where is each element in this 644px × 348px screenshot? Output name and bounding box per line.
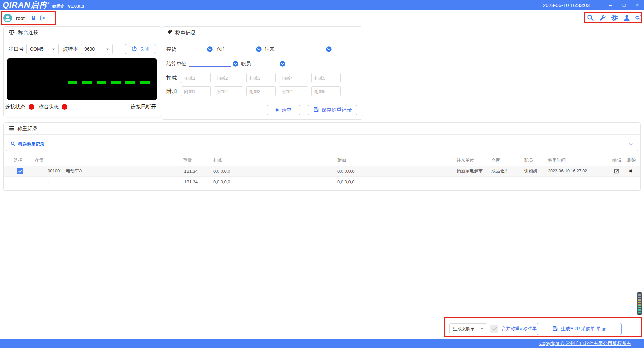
deduct-input-3[interactable]: [246, 73, 276, 83]
cell-weight: 181.34: [183, 169, 213, 174]
settlement-unit-label: 结算单位: [166, 61, 186, 67]
extra-input-1[interactable]: [181, 86, 211, 96]
panel-title: 称重信息: [175, 29, 196, 36]
cell-staff: 谢如妍: [524, 168, 548, 174]
connection-status-label: 连接状态: [5, 104, 25, 110]
user-icon[interactable]: [623, 14, 630, 21]
copyright-link[interactable]: Copyright © 常州启冉软件有限公司版权所有: [539, 341, 631, 347]
titlebar: QIRAN启冉 ® 称重宝 V1.0.0.3 2023-06-10 16:33:…: [0, 0, 644, 10]
panel-title: 称重记录: [17, 126, 38, 132]
caret-down-icon: [52, 48, 55, 51]
merge-checkbox-label[interactable]: 合并称重记录生单: [502, 326, 537, 332]
row-checkbox[interactable]: [17, 168, 23, 174]
clear-button-label: 清空: [282, 107, 292, 113]
serial-port-label: 串口号: [9, 46, 24, 52]
megaphone-icon[interactable]: [635, 14, 642, 21]
search-icon: [11, 141, 15, 147]
extra-input-2[interactable]: [214, 86, 243, 96]
merge-records-option: 合并称重记录生单: [490, 325, 537, 333]
extra-input-5[interactable]: [311, 86, 341, 96]
logout-icon[interactable]: [40, 15, 46, 21]
filter-records-label: 筛选称重记录: [18, 141, 44, 147]
close-connection-label: 关闭: [140, 46, 150, 52]
extra-input-3[interactable]: [246, 86, 276, 96]
inventory-label: 存货: [166, 46, 176, 52]
scale-status-indicator: [62, 104, 67, 110]
partner-field[interactable]: 往来: [265, 44, 332, 54]
close-connection-button[interactable]: 关闭: [125, 44, 156, 54]
close-button[interactable]: ✕: [631, 0, 644, 10]
chevron-down-icon: [256, 46, 262, 52]
delete-x-icon[interactable]: ✖: [627, 168, 641, 174]
footer-bar: Copyright © 常州启冉软件有限公司版权所有: [0, 339, 644, 348]
table-row-summary: - 181.34 0,0,0,0,0 0,0,0,0,0: [4, 177, 640, 187]
col-delete: 删除: [627, 157, 641, 163]
cell-time: 2023-06-10 16:27:02: [548, 169, 612, 173]
serial-port-select[interactable]: COM5: [26, 44, 59, 54]
cell-deduct: 0,0,0,0,0: [213, 179, 337, 184]
staff-field[interactable]: 职员: [241, 59, 285, 69]
minimize-button[interactable]: –: [604, 0, 617, 10]
save-record-button[interactable]: 保存称重记录: [308, 105, 357, 115]
clock: 2023-06-10 16:33:03: [543, 2, 590, 8]
settlement-unit-field[interactable]: 结算单位: [166, 59, 238, 69]
weighing-records-panel: 称重记录 筛选称重记录 选择 存货 重量 扣减 附加 往来单位 仓库 职员 称重…: [3, 122, 641, 191]
extra-input-4[interactable]: [279, 86, 308, 96]
col-extra: 附加: [337, 157, 457, 163]
chevron-down-icon: [326, 46, 332, 52]
save-icon: [552, 326, 558, 332]
logo-subtitle: 称重宝: [52, 4, 64, 9]
baud-rate-value: 9600: [84, 46, 95, 52]
cell-partner: 怡新家电超市: [457, 168, 483, 173]
lock-icon[interactable]: [31, 15, 36, 21]
gear-icon[interactable]: [611, 14, 618, 21]
clear-x-icon: ✖: [275, 107, 279, 113]
col-weight: 重量: [183, 157, 213, 163]
table-header: 选择 存货 重量 扣减 附加 往来单位 仓库 职员 称重时间 编辑 删除: [4, 155, 640, 166]
edit-icon[interactable]: [612, 168, 627, 174]
deduct-input-4[interactable]: [279, 73, 308, 83]
cell-inventory: -: [35, 179, 183, 184]
avatar[interactable]: [3, 14, 12, 22]
col-time: 称重时间: [548, 157, 612, 163]
scale-status-label: 称台状态: [39, 104, 59, 110]
search-icon[interactable]: [587, 14, 594, 21]
deduct-input-2[interactable]: [214, 73, 243, 83]
generate-erp-label: 生成ERP 采购单 单据: [561, 326, 606, 332]
app-version: V1.0.0.3: [68, 4, 84, 9]
filter-records-bar[interactable]: 筛选称重记录: [6, 138, 638, 151]
serial-port-value: COM5: [30, 46, 43, 52]
merge-checkbox[interactable]: [490, 325, 498, 333]
col-select: 选择: [4, 157, 35, 163]
toolbar-icons: [587, 14, 642, 21]
cell-extra: 0,0,0,0,0: [337, 179, 457, 184]
table-row: 001001 - 电动车A 181.34 0,0,0,0,0 0,0,0,0,0…: [4, 166, 640, 177]
deduct-input-5[interactable]: [311, 73, 341, 83]
doc-type-select[interactable]: 生成采购单: [449, 323, 487, 334]
clear-button[interactable]: ✖ 清空: [267, 105, 300, 115]
inventory-field[interactable]: 存货: [166, 44, 213, 54]
level-meter-widget[interactable]: [637, 292, 642, 315]
led-dashes: [68, 81, 150, 84]
caret-down-icon: [106, 48, 109, 51]
weight-led-display: [7, 58, 157, 100]
app-window: QIRAN启冉 ® 称重宝 V1.0.0.3 2023-06-10 16:33:…: [0, 0, 644, 348]
disconnect-message: 连接已断开: [131, 104, 156, 110]
extra-label: 附加: [166, 88, 178, 95]
save-button-label: 保存称重记录: [322, 107, 352, 113]
col-partner: 往来单位: [457, 157, 491, 163]
tag-icon: [167, 29, 172, 36]
baud-rate-select[interactable]: 9600: [81, 44, 113, 54]
chevron-down-icon: [280, 61, 285, 67]
wrench-icon[interactable]: [599, 14, 606, 21]
app-logo: QIRAN启冉 ® 称重宝 V1.0.0.3: [0, 0, 84, 10]
deduct-input-1[interactable]: [181, 73, 211, 83]
col-staff: 职员: [524, 157, 548, 163]
chevron-down-icon[interactable]: [628, 142, 633, 147]
chevron-down-icon: [233, 61, 238, 67]
warehouse-field[interactable]: 仓库: [216, 44, 262, 54]
cell-deduct: 0,0,0,0,0: [213, 169, 337, 174]
maximize-button[interactable]: □: [617, 0, 631, 10]
generate-erp-button[interactable]: 生成ERP 采购单 单据: [537, 323, 622, 335]
baud-rate-label: 波特率: [63, 46, 78, 52]
